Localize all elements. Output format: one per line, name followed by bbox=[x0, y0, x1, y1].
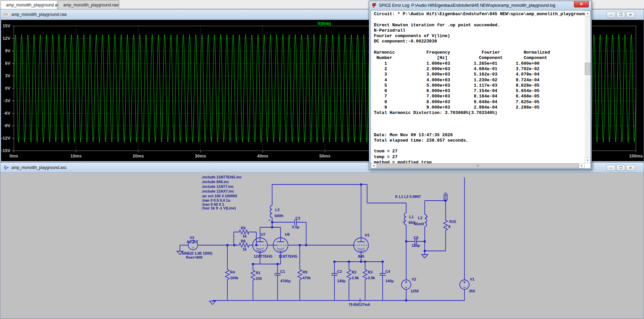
restore-icon[interactable]: ❐ bbox=[616, 165, 625, 171]
log-line: Number [Hz] Component Component bbox=[374, 55, 582, 61]
capacitor-C2 bbox=[331, 270, 337, 278]
tab-label: amp_monolith_playground.asc bbox=[6, 3, 61, 7]
spice-error-log-window: SPICE Error Log: P:\Audio Hifi\Eigenbau\… bbox=[369, 1, 592, 170]
svg-text:.include 845.inc: .include 845.inc bbox=[201, 180, 229, 184]
waveform-doc-icon bbox=[4, 12, 9, 17]
log-line: 3 3.000e+03 5.162e-03 4.079e-04 bbox=[374, 72, 582, 77]
tab-amp-monolith-playground-asc[interactable]: amp_monolith_playground.asc bbox=[1, 0, 57, 9]
vertical-scrollbar[interactable]: ▲ ▼ bbox=[585, 10, 590, 163]
horizontal-scrollbar[interactable]: ◄ ► ⦀⦀ bbox=[371, 163, 585, 168]
resistor-R1 bbox=[251, 268, 255, 283]
svg-text:180p: 180p bbox=[412, 243, 420, 248]
horizontal-scroll-thumb[interactable]: ⦀⦀ bbox=[377, 163, 579, 168]
schematic-window: amp_monolith_playground.asc — ❐ ✕ bbox=[0, 162, 644, 319]
svg-text:V3: V3 bbox=[190, 236, 194, 240]
schematic-canvas[interactable]: .include 12AT7EHG.inc .include 845.inc .… bbox=[0, 173, 644, 319]
svg-text:V2: V2 bbox=[412, 277, 416, 281]
junction-nodes bbox=[226, 183, 447, 301]
scroll-up-icon[interactable]: ▲ bbox=[585, 10, 590, 16]
log-line bbox=[374, 45, 582, 50]
log-line: 1 1.000e+03 1.265e+01 1.000e+00 bbox=[374, 61, 582, 66]
log-line: Date: Mon Nov 09 13:47:35 2020 bbox=[374, 133, 582, 138]
svg-text:;ac oct 100 3 100000: ;ac oct 100 3 100000 bbox=[201, 194, 237, 198]
close-icon[interactable]: ✕ bbox=[626, 165, 635, 171]
svg-text:R2: R2 bbox=[352, 270, 356, 274]
svg-text:3.9k: 3.9k bbox=[368, 276, 375, 280]
inductor-L3 bbox=[270, 205, 272, 218]
log-line: 4 4.000e+03 1.230e-02 9.724e-04 bbox=[374, 78, 582, 83]
svg-text:L3: L3 bbox=[275, 208, 280, 212]
log-text-area[interactable]: Circuit: * P:\Audio Hifi\Eigenbau\Endstu… bbox=[371, 10, 591, 169]
svg-text:8: 8 bbox=[448, 225, 450, 229]
svg-text:R15: R15 bbox=[449, 220, 456, 224]
svg-text:SINE(0 1.85 1000): SINE(0 1.85 1000) bbox=[182, 251, 212, 255]
k-statement: K L1 L2 0.9997 bbox=[395, 195, 421, 199]
svg-text:R1: R1 bbox=[256, 271, 260, 275]
close-icon[interactable]: ✕ bbox=[626, 12, 635, 18]
svg-text:R4: R4 bbox=[230, 270, 235, 274]
svg-text:4700µ: 4700µ bbox=[280, 279, 291, 283]
log-window-title: SPICE Error Log: P:\Audio Hifi\Eigenbau\… bbox=[379, 3, 555, 8]
triode-U1 bbox=[354, 238, 368, 253]
tab-amp-monolith-playground-raw[interactable]: amp_monolith_playground.raw bbox=[58, 0, 119, 9]
y-axis-tick-label: -3V bbox=[4, 98, 10, 103]
y-axis-tick-label: 15V bbox=[3, 23, 10, 28]
svg-text:AC 0.7: AC 0.7 bbox=[187, 240, 198, 244]
svg-text:C3: C3 bbox=[295, 216, 300, 220]
svg-text:U1: U1 bbox=[365, 233, 369, 237]
triode-U7 bbox=[253, 238, 267, 253]
resistor-R5 bbox=[238, 230, 250, 234]
ltspice-app-icon bbox=[372, 3, 377, 8]
capacitor-C1 bbox=[275, 270, 281, 278]
svg-text:1k: 1k bbox=[243, 234, 247, 238]
svg-text:470k: 470k bbox=[302, 276, 311, 280]
log-line: Circuit: * P:\Audio Hifi\Eigenbau\Endstu… bbox=[374, 11, 582, 17]
schematic-drawing: .include 12AT7EHG.inc .include 845.inc .… bbox=[0, 173, 644, 319]
minimize-icon[interactable]: — bbox=[607, 165, 615, 171]
scroll-right-icon[interactable]: ► bbox=[579, 163, 585, 168]
scroll-down-icon[interactable]: ▼ bbox=[585, 157, 590, 163]
svg-text:1k: 1k bbox=[243, 247, 247, 251]
y-axis-tick-label: -15V bbox=[1, 148, 10, 153]
svg-text:U7: U7 bbox=[261, 232, 265, 236]
close-icon[interactable]: ✕ bbox=[574, 1, 589, 7]
capacitor-C4 bbox=[380, 270, 386, 278]
waveform-window-title: amp_monolith_playground.raw bbox=[11, 12, 67, 17]
y-axis-tick-label: 9V bbox=[5, 48, 10, 53]
vertical-scroll-thumb[interactable] bbox=[585, 63, 590, 75]
component-labels[interactable]: V3 AC 0.7 SINE(0 1.85 1000) Rser=600 R5 … bbox=[182, 208, 475, 307]
svg-text:100k: 100k bbox=[230, 276, 238, 280]
voltage-source-V1 bbox=[460, 280, 469, 289]
log-line: 2 2.000e+03 4.684e-01 3.702e-02 bbox=[374, 66, 582, 72]
voltage-source-V2 bbox=[401, 280, 411, 289]
ground-symbol bbox=[210, 301, 216, 304]
x-axis-tick-label: 30ms bbox=[192, 153, 208, 158]
svg-text:.include 12AX7.inc: .include 12AX7.inc bbox=[201, 189, 234, 193]
svg-text:R3: R3 bbox=[368, 270, 373, 274]
x-axis-tick-label: 20ms bbox=[130, 153, 146, 158]
log-line bbox=[374, 17, 582, 22]
log-line: 6 6.000e+03 7.154e-04 5.654e-05 bbox=[374, 88, 582, 94]
restore-icon[interactable]: ❐ bbox=[616, 12, 625, 18]
svg-text:.include 12AT7EHG.inc: .include 12AT7EHG.inc bbox=[201, 175, 242, 179]
spice-directives[interactable]: .include 12AT7EHG.inc .include 845.inc .… bbox=[201, 175, 421, 210]
svg-text:C1: C1 bbox=[280, 269, 285, 273]
svg-text:140µ: 140µ bbox=[385, 279, 394, 283]
log-line: 7 7.000e+03 8.184e-04 6.468e-05 bbox=[374, 94, 582, 99]
log-line: 5 5.000e+03 1.117e-03 8.828e-05 bbox=[374, 83, 582, 88]
resistor-R6 bbox=[238, 243, 250, 247]
log-line bbox=[374, 121, 582, 127]
resistor-R9 bbox=[298, 268, 302, 283]
log-line: temp = 27 bbox=[374, 154, 582, 160]
y-axis-tick-label: 3V bbox=[5, 73, 10, 78]
svg-text:U6: U6 bbox=[285, 232, 290, 236]
x-axis-tick-label: 50ms bbox=[317, 153, 333, 158]
trace-name-label[interactable]: V(line) bbox=[318, 21, 331, 26]
svg-text:1250: 1250 bbox=[411, 289, 419, 293]
log-line: Harmonic Frequency Fourier Normalized bbox=[374, 50, 582, 55]
log-window-titlebar[interactable]: SPICE Error Log: P:\Audio Hifi\Eigenbau\… bbox=[369, 1, 591, 10]
svg-text:.tran 0 0.5 0.4 1u: .tran 0 0.5 0.4 1u bbox=[201, 198, 230, 202]
scroll-left-icon[interactable]: ◄ bbox=[371, 163, 377, 168]
minimize-icon[interactable]: — bbox=[607, 12, 615, 18]
log-line bbox=[374, 116, 582, 121]
